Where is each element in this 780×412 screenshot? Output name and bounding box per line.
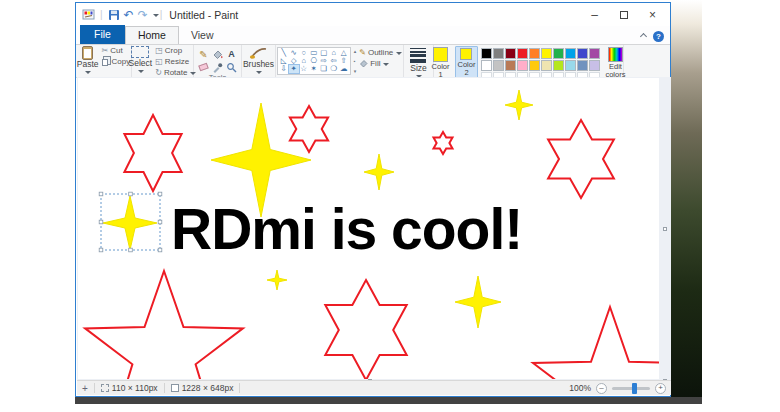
palette-swatch[interactable]	[517, 48, 528, 59]
copy-button[interactable]: Copy	[102, 57, 131, 67]
canvas-resize-handle-right[interactable]	[663, 227, 667, 231]
palette-swatch[interactable]	[577, 60, 588, 71]
scroll-mid-icon: ▪	[354, 58, 357, 64]
palette-swatch[interactable]	[541, 48, 552, 59]
tab-file[interactable]: File	[80, 25, 125, 44]
palette-swatch[interactable]	[481, 60, 492, 71]
shape-cell[interactable]: ✶	[309, 65, 319, 73]
color1-swatch	[433, 47, 448, 62]
divider	[94, 383, 95, 393]
crop-button[interactable]: ◳Crop	[155, 46, 196, 56]
canvas-size-icon	[171, 384, 179, 392]
fill-tool[interactable]	[211, 48, 224, 60]
eraser-tool[interactable]	[197, 61, 210, 73]
canvas-shape-star6	[548, 120, 614, 198]
cut-button[interactable]: ✂Cut	[102, 46, 131, 56]
palette-swatch[interactable]	[577, 48, 588, 59]
shape-cell[interactable]: ☆	[299, 65, 309, 73]
edit-colors-icon	[608, 47, 623, 62]
magnifier-icon	[226, 62, 237, 73]
zoom-in-button[interactable]: +	[655, 383, 666, 394]
canvas-shape-star4	[267, 270, 287, 290]
color2-button[interactable]: Color 2	[455, 46, 479, 79]
shape-cell[interactable]: ❍	[329, 65, 339, 73]
shapes-scrollbar[interactable]: ▴ ▪ ▾	[354, 47, 357, 75]
text-tool[interactable]: A	[225, 48, 238, 60]
zoom-slider[interactable]	[612, 387, 650, 390]
undo-icon[interactable]: ↶	[124, 9, 134, 21]
canvas-shape-star6	[124, 115, 181, 191]
palette-swatch[interactable]	[565, 60, 576, 71]
palette-swatch[interactable]	[493, 60, 504, 71]
group-shapes: ╲∿○▭▢⌂△◺◇⌂⎔⇨⇦⇧⇩✦☆✶❏❍☁ ▴ ▪ ▾ ✎Outline	[276, 45, 404, 77]
zoom-slider-thumb[interactable]	[632, 383, 637, 394]
canvas-shape-star4	[455, 276, 501, 328]
zoom-out-button[interactable]: –	[596, 383, 607, 394]
palette-swatch[interactable]	[481, 48, 492, 59]
palette-swatch[interactable]	[529, 48, 540, 59]
selection-handle[interactable]	[158, 192, 162, 196]
color1-button[interactable]: Color 1	[430, 46, 452, 80]
palette-swatch[interactable]	[541, 60, 552, 71]
group-image: Select ◳Crop ◱Resize ↻Rotate Image	[132, 45, 194, 77]
status-bar: + 110 × 110px 1228 × 648px 100% – +	[77, 380, 671, 395]
paste-button[interactable]: Paste	[77, 46, 99, 75]
qat-dropdown-icon[interactable]	[153, 14, 159, 20]
ribbon-corner-controls: ?	[641, 31, 664, 42]
collapse-ribbon-icon[interactable]	[640, 33, 647, 40]
save-icon[interactable]	[108, 9, 120, 21]
resize-button[interactable]: ◱Resize	[155, 57, 196, 67]
palette-swatch[interactable]	[493, 48, 504, 59]
brushes-button[interactable]: Brushes	[243, 46, 274, 75]
selection-handle[interactable]	[158, 248, 162, 252]
screenshot-page: | ↶ ↷ | Untitled - Paint – ×	[0, 0, 780, 412]
color-picker-tool[interactable]	[211, 61, 224, 73]
shape-cell[interactable]: ☁	[339, 65, 349, 73]
group-colors: Color 1 Color 2 Edit colors	[434, 45, 624, 77]
fill-bucket-icon	[212, 49, 223, 60]
close-button[interactable]: ×	[638, 4, 667, 25]
scroll-down-icon: ▾	[354, 68, 357, 74]
minimize-button[interactable]: –	[580, 4, 609, 25]
chevron-down-icon	[396, 52, 402, 58]
selection-handle[interactable]	[99, 220, 103, 224]
size-button[interactable]: Size	[410, 46, 427, 79]
tab-view[interactable]: View	[179, 27, 226, 44]
palette-swatch[interactable]	[565, 48, 576, 59]
desktop-wallpaper	[671, 0, 702, 404]
pencil-tool[interactable]: ✎	[197, 48, 210, 60]
palette-swatch[interactable]	[553, 48, 564, 59]
eyedropper-icon	[212, 62, 223, 73]
selection-handle[interactable]	[129, 248, 133, 252]
drawing-canvas[interactable]: RDmi is cool!	[78, 78, 659, 379]
tab-home[interactable]: Home	[125, 26, 179, 44]
edit-colors-button[interactable]: Edit colors	[603, 46, 627, 80]
palette-swatch[interactable]	[529, 60, 540, 71]
help-icon[interactable]: ?	[653, 31, 664, 42]
selection-handle[interactable]	[99, 248, 103, 252]
redo-icon[interactable]: ↷	[138, 9, 148, 21]
outline-button[interactable]: ✎Outline	[359, 48, 402, 57]
brush-icon	[249, 46, 269, 60]
palette-swatch[interactable]	[589, 60, 600, 71]
canvas-shape-star5	[85, 271, 243, 379]
fill-button[interactable]: Fill	[359, 59, 402, 68]
maximize-button[interactable]	[609, 4, 638, 25]
size-icon	[410, 48, 426, 63]
palette-swatch[interactable]	[589, 48, 600, 59]
screen-capture: | ↶ ↷ | Untitled - Paint – ×	[75, 0, 702, 404]
shape-cell[interactable]: ✦	[289, 65, 299, 73]
palette-swatch[interactable]	[505, 60, 516, 71]
selection-handle[interactable]	[158, 220, 162, 224]
palette-swatch[interactable]	[517, 60, 528, 71]
magnifier-tool[interactable]	[225, 61, 238, 73]
canvas-shape-star5	[533, 307, 659, 379]
select-button[interactable]: Select	[129, 46, 153, 74]
palette-swatch[interactable]	[553, 60, 564, 71]
palette-swatch[interactable]	[505, 48, 516, 59]
shape-cell[interactable]: ⇩	[279, 65, 289, 73]
shape-cell[interactable]: ❏	[319, 65, 329, 73]
selection-handle[interactable]	[129, 192, 133, 196]
window-title: Untitled - Paint	[169, 9, 238, 21]
selection-handle[interactable]	[99, 192, 103, 196]
